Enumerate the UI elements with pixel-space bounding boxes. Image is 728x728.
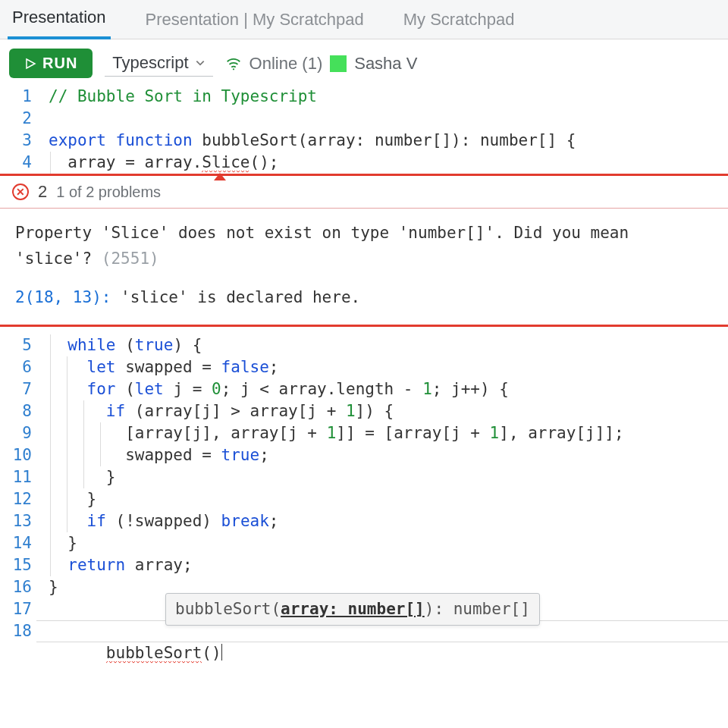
code-text: array = array.Slice(); xyxy=(42,152,728,174)
gutter: 1 xyxy=(0,86,42,108)
user-name: Sasha V xyxy=(354,54,417,74)
wifi-icon xyxy=(225,55,242,72)
error-icon[interactable]: ✕ xyxy=(12,184,29,200)
code-text: bubbleSort() xyxy=(42,620,728,708)
error-message: Property 'Slice' does not exist on type … xyxy=(15,221,713,271)
tab-bar: Presentation Presentation | My Scratchpa… xyxy=(0,0,728,39)
code-text: if (!swapped) break; xyxy=(42,510,728,532)
problems-body: Property 'Slice' does not exist on type … xyxy=(0,209,728,327)
gutter: 4 xyxy=(0,152,42,174)
code-text: return array; xyxy=(42,554,728,576)
code-editor[interactable]: 1// Bubble Sort in Typescript 2 3export … xyxy=(0,86,728,174)
gutter: 14 xyxy=(0,532,42,554)
gutter: 18 xyxy=(0,620,42,708)
gutter: 5 xyxy=(0,334,42,356)
error-related[interactable]: 2(18, 13): 'slice' is declared here. xyxy=(15,285,713,311)
chevron-down-icon xyxy=(195,58,206,68)
gutter: 15 xyxy=(0,554,42,576)
code-text: if (array[j] > array[j + 1]) { xyxy=(42,400,728,422)
problems-header[interactable]: ✕ 2 1 of 2 problems xyxy=(0,174,728,209)
tab-my-scratchpad[interactable]: My Scratchpad xyxy=(399,2,519,39)
gutter: 10 xyxy=(0,444,42,466)
presence-indicator: Online (1) Sasha V xyxy=(225,54,418,74)
code-editor[interactable]: 5 while (true) { 6 let swapped = false; … xyxy=(0,327,728,708)
tab-presentation-scratchpad[interactable]: Presentation | My Scratchpad xyxy=(141,2,369,39)
language-label: Typescript xyxy=(112,53,188,73)
gutter: 3 xyxy=(0,130,42,152)
gutter: 8 xyxy=(0,400,42,422)
tab-presentation[interactable]: Presentation xyxy=(8,0,111,39)
code-text: swapped = true; xyxy=(42,444,728,466)
gutter: 16 xyxy=(0,576,42,598)
svg-point-1 xyxy=(233,68,234,70)
gutter: 17 xyxy=(0,598,42,620)
gutter: 2 xyxy=(0,108,42,130)
svg-marker-0 xyxy=(27,59,35,68)
run-label: RUN xyxy=(42,55,77,72)
gutter: 9 xyxy=(0,422,42,444)
signature-hint: bubbleSort(array: number[]): number[] xyxy=(165,593,540,626)
problems-summary: 1 of 2 problems xyxy=(56,184,161,201)
gutter: 6 xyxy=(0,356,42,378)
run-button[interactable]: RUN xyxy=(9,49,93,78)
text-cursor xyxy=(221,644,223,661)
code-text: [array[j], array[j + 1]] = [array[j + 1]… xyxy=(42,422,728,444)
language-selector[interactable]: Typescript xyxy=(105,50,212,77)
code-text: let swapped = false; xyxy=(42,356,728,378)
code-text: // Bubble Sort in Typescript xyxy=(49,87,317,105)
gutter: 12 xyxy=(0,488,42,510)
toolbar: RUN Typescript Online (1) Sasha V xyxy=(0,39,728,86)
play-icon xyxy=(24,58,36,70)
gutter: 13 xyxy=(0,510,42,532)
code-text: } xyxy=(42,466,728,488)
code-text xyxy=(42,108,728,130)
code-text: export function bubbleSort(array: number… xyxy=(42,130,728,152)
code-text: while (true) { xyxy=(42,334,728,356)
gutter: 11 xyxy=(0,466,42,488)
code-text: } xyxy=(42,488,728,510)
error-count: 2 xyxy=(38,182,47,202)
presence-text: Online (1) xyxy=(249,54,323,74)
gutter: 7 xyxy=(0,378,42,400)
user-color-swatch xyxy=(330,55,347,72)
code-text: for (let j = 0; j < array.length - 1; j+… xyxy=(42,378,728,400)
code-text: } xyxy=(42,532,728,554)
